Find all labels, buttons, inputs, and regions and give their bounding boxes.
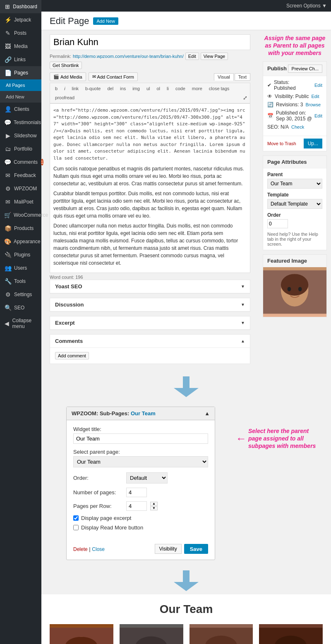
fullscreen-icon[interactable]: ⤢ (243, 95, 247, 101)
bold-btn[interactable]: b (53, 85, 60, 92)
sidebar-item-woocommerce[interactable]: 🛒 WooCommerce (0, 208, 41, 222)
published-edit-link[interactable]: Edit (314, 113, 322, 118)
sidebar-item-label: Testimonials (14, 120, 41, 125)
add-comment-btn[interactable]: Add comment (55, 352, 89, 359)
sidebar-item-pages[interactable]: 📄 Pages (0, 66, 41, 79)
sidebar-item-appearance[interactable]: 🎨 Appearance (0, 235, 41, 248)
text-tab[interactable]: Text (235, 73, 250, 81)
parent-select[interactable]: Our Team (267, 179, 322, 189)
add-media-button[interactable]: 🎬 Add Media (50, 72, 86, 81)
screen-options-btn[interactable]: Screen Options ▼ (286, 3, 327, 9)
sidebar-item-slideshow[interactable]: ▶ Slideshow (0, 129, 41, 142)
order-dropdown[interactable]: Default (126, 472, 168, 484)
sidebar-item-clients[interactable]: 👤 Clients (0, 103, 41, 116)
move-trash-link[interactable]: Move to Trash (267, 141, 296, 146)
template-select[interactable]: Default Template (267, 199, 322, 209)
discussion-label: Discussion (55, 302, 84, 308)
para-3: Donec ullamcorper nulla non metus auctor… (53, 222, 247, 267)
sidebar-item-media[interactable]: 🖼 Media (0, 40, 41, 53)
status-row: ✔ Status: Published Edit (267, 79, 322, 91)
sidebar-item-label: Jetpack (14, 17, 31, 23)
comments-header[interactable]: Comments ▲ (50, 335, 250, 348)
seo-icon: 🔍 (4, 304, 12, 311)
yoast-seo-header[interactable]: Yoast SEO ▼ (50, 280, 250, 293)
excerpt-header[interactable]: Excerpt ▼ (50, 316, 250, 330)
revisions-row: 🔄 Revisions: 3 Browse (267, 102, 322, 108)
sidebar-item-comments[interactable]: 💬 Comments 1 (0, 156, 41, 169)
pages-per-row-label: Pages per Row: (73, 503, 123, 509)
visibility-edit-link[interactable]: Edit (311, 94, 319, 99)
sidebar-item-settings[interactable]: ⚙ Settings (0, 288, 41, 301)
sidebar-item-label: SEO (14, 305, 24, 311)
spinner-down[interactable]: ▼ (150, 506, 158, 510)
add-contact-button[interactable]: ✉ Add Contact Form (89, 72, 138, 81)
widget-collapse-icon[interactable]: ▲ (204, 410, 210, 417)
status-edit-link[interactable]: Edit (314, 83, 322, 88)
view-page-btn[interactable]: View Page (201, 53, 228, 60)
img-btn[interactable]: img (130, 85, 142, 92)
select-parent-dropdown[interactable]: Our Team (73, 456, 208, 467)
visual-tab[interactable]: Visual (214, 73, 234, 81)
li-btn[interactable]: li (164, 85, 171, 92)
sidebar-item-portfolio[interactable]: 🗂 Portfolio (0, 142, 41, 156)
del-btn[interactable]: del (105, 85, 116, 92)
sidebar-item-addnew[interactable]: Add New (0, 91, 41, 103)
sidebar-item-allpages[interactable]: All Pages (0, 79, 41, 91)
post-title-input[interactable]: Brian Kuhn (50, 34, 250, 50)
ol-btn[interactable]: ol (154, 85, 163, 92)
preview-button[interactable]: Preview Ch... (288, 65, 322, 73)
more-btn[interactable]: more (189, 85, 205, 92)
editor-content-area[interactable]: <a href="http://demo.wpzoom.com/venture/… (50, 103, 250, 273)
sidebar-item-wpzoom[interactable]: ⚙ WPZOOM (0, 182, 41, 195)
get-shortlink-btn[interactable]: Get Shortlink (50, 62, 82, 69)
permalink-edit-btn[interactable]: Edit (185, 53, 199, 60)
sidebar-item-users[interactable]: 👥 Users (0, 261, 41, 275)
display-excerpt-checkbox[interactable] (73, 515, 79, 521)
display-readmore-checkbox[interactable] (73, 525, 79, 530)
ins-btn[interactable]: ins (118, 85, 128, 92)
ul-btn[interactable]: ul (144, 85, 153, 92)
word-count: Word count: 196 (50, 275, 250, 280)
discussion-header[interactable]: Discussion ▼ (50, 298, 250, 311)
pages-per-row-input[interactable]: 4 (126, 501, 147, 511)
add-new-button[interactable]: Add New (93, 17, 118, 25)
close-tags-btn[interactable]: close tags (206, 85, 232, 92)
sidebar-item-dashboard[interactable]: ⊞ Dashboard (0, 0, 41, 13)
team-member-grace: Grace Terry Cum sociis natoque penatibus… (50, 624, 113, 644)
delete-link[interactable]: Delete (73, 546, 88, 552)
sidebar-item-links[interactable]: 🔗 Links (0, 53, 41, 66)
visibility-btn[interactable]: Visibility (155, 544, 182, 554)
sidebar-item-posts[interactable]: ✎ Posts (0, 26, 41, 40)
proofread-btn[interactable]: proofread (53, 94, 77, 101)
publish-box: Publish Preview Ch... ✔ Status: Publishe… (263, 61, 327, 151)
update-button[interactable]: Up... (304, 139, 322, 148)
link-btn[interactable]: link (70, 85, 82, 92)
sidebar-item-testimonials[interactable]: 💬 Testimonials (0, 116, 41, 129)
svg-marker-6 (174, 388, 199, 397)
sidebar-item-plugins[interactable]: 🔌 Plugins (0, 248, 41, 261)
sidebar-item-mailpoet[interactable]: ✉ MailPoet (0, 195, 41, 208)
users-icon: 👥 (4, 265, 12, 271)
italic-btn[interactable]: i (62, 85, 67, 92)
sidebar-item-tools[interactable]: 🔧 Tools (0, 275, 41, 288)
revisions-browse-link[interactable]: Browse (305, 102, 321, 107)
widget-footer: Delete | Close Visibility Save (67, 540, 215, 560)
code-btn[interactable]: code (173, 85, 188, 92)
display-excerpt-row: Display page excerpt (73, 515, 208, 521)
sidebar-item-label: Settings (14, 292, 32, 297)
widget-title-input[interactable]: Our Team (73, 433, 208, 444)
num-pages-input[interactable]: 4 (126, 488, 147, 497)
sidebar-item-products[interactable]: 📦 Products (0, 222, 41, 235)
sidebar-item-jetpack[interactable]: ⚡ Jetpack (0, 13, 41, 26)
close-link[interactable]: Close (92, 546, 105, 552)
bquote-btn[interactable]: b-quote (83, 85, 103, 92)
permalink-url[interactable]: http://demo.wpzoom.com/venture/our-team/… (73, 54, 184, 59)
sidebar-item-feedback[interactable]: ✉ Feedback (0, 169, 41, 182)
order-input[interactable]: 0 (267, 219, 288, 228)
spinner-up[interactable]: ▲ (150, 502, 158, 506)
sidebar-item-collapse[interactable]: ◀ Collapse menu (0, 314, 41, 333)
sidebar-item-seo[interactable]: 🔍 SEO (0, 301, 41, 314)
editor-top-buttons: 🎬 Add Media ✉ Add Contact Form Visual Te… (50, 72, 250, 81)
save-btn[interactable]: Save (184, 544, 208, 554)
seo-check-link[interactable]: Check (291, 124, 304, 129)
